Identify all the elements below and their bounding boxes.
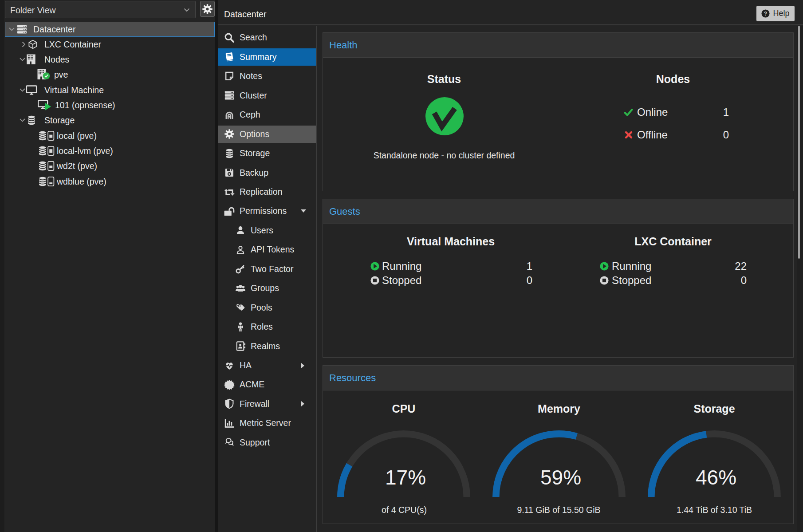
svg-text:?: ? — [764, 10, 768, 17]
